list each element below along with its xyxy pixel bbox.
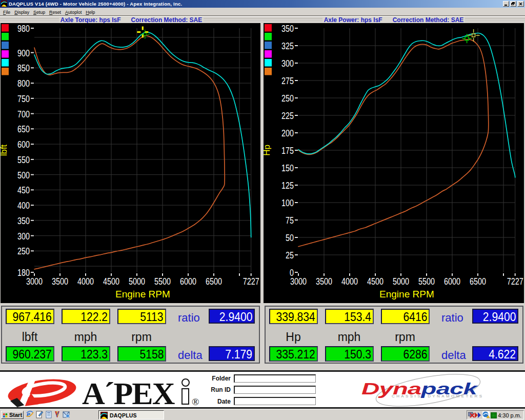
svg-text:225: 225 xyxy=(281,110,294,121)
svg-text:5500: 5500 xyxy=(154,276,171,287)
svg-text:lbft: lbft xyxy=(1,144,9,156)
svg-text:250: 250 xyxy=(17,246,30,256)
svg-text:550: 550 xyxy=(17,154,30,165)
svg-text:4000: 4000 xyxy=(77,276,94,287)
svg-text:25: 25 xyxy=(286,250,294,261)
svg-text:125: 125 xyxy=(281,180,294,191)
svg-text:980: 980 xyxy=(17,23,30,34)
svg-text:750: 750 xyxy=(17,93,30,104)
svg-text:4000: 4000 xyxy=(341,276,358,287)
svg-text:5500: 5500 xyxy=(418,276,435,287)
svg-text:900: 900 xyxy=(17,48,30,58)
svg-text:275: 275 xyxy=(281,75,294,86)
svg-text:A´PEX: A´PEX xyxy=(82,376,175,407)
svg-text:Engine RPM: Engine RPM xyxy=(115,289,170,299)
svg-text:4500: 4500 xyxy=(367,276,383,287)
svg-text:100: 100 xyxy=(281,197,294,208)
svg-text:7227: 7227 xyxy=(243,276,259,287)
svg-text:800: 800 xyxy=(17,78,30,89)
svg-text:500: 500 xyxy=(17,170,30,181)
svg-text:CHASSIS DYNAMOMETERS: CHASSIS DYNAMOMETERS xyxy=(392,394,483,398)
svg-text:700: 700 xyxy=(17,109,30,119)
svg-text:Hp: Hp xyxy=(264,145,272,156)
svg-text:175: 175 xyxy=(281,145,294,156)
svg-text:5000: 5000 xyxy=(129,276,145,287)
svg-text:300: 300 xyxy=(281,58,294,69)
svg-text:200: 200 xyxy=(281,128,294,138)
svg-text:5000: 5000 xyxy=(393,276,409,287)
svg-text:350: 350 xyxy=(281,23,294,34)
svg-text:300: 300 xyxy=(17,231,30,242)
svg-text:650: 650 xyxy=(17,124,30,134)
svg-text:400: 400 xyxy=(17,200,30,211)
svg-text:3500: 3500 xyxy=(52,276,68,287)
svg-text:75: 75 xyxy=(286,215,294,226)
svg-text:7227: 7227 xyxy=(507,276,523,287)
svg-text:3500: 3500 xyxy=(316,276,332,287)
svg-text:6000: 6000 xyxy=(444,276,460,287)
svg-text:3000: 3000 xyxy=(26,276,43,287)
svg-text:6500: 6500 xyxy=(206,276,222,287)
svg-text:350: 350 xyxy=(17,215,30,226)
svg-text:6500: 6500 xyxy=(470,276,486,287)
svg-text:6000: 6000 xyxy=(180,276,196,287)
svg-text:4500: 4500 xyxy=(103,276,119,287)
svg-text:50: 50 xyxy=(286,232,294,243)
svg-text:Engine RPM: Engine RPM xyxy=(379,289,434,299)
svg-text:150: 150 xyxy=(281,163,294,173)
svg-text:450: 450 xyxy=(17,185,30,195)
svg-text:3000: 3000 xyxy=(290,276,307,287)
svg-text:850: 850 xyxy=(17,63,30,73)
svg-text:600: 600 xyxy=(17,139,30,150)
svg-text:250: 250 xyxy=(281,93,294,104)
svg-text:325: 325 xyxy=(281,41,294,51)
